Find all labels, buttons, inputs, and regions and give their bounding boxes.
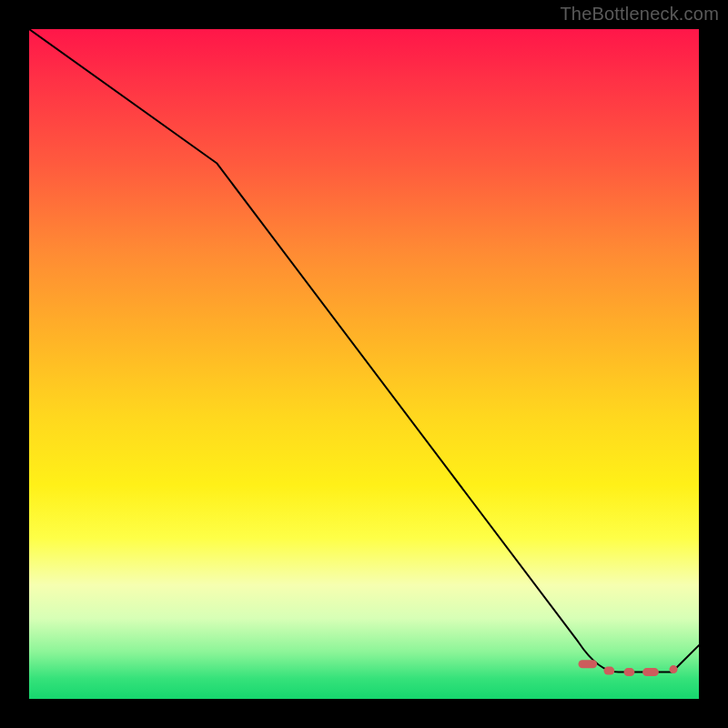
- chart-overlay: [29, 29, 699, 699]
- bottleneck-curve: [29, 29, 699, 672]
- marker-pill: [624, 668, 635, 676]
- marker-group: [579, 660, 678, 676]
- plot-area: [29, 29, 699, 699]
- marker-pill: [579, 660, 598, 668]
- marker-pill: [642, 668, 659, 676]
- chart-frame: TheBottleneck.com: [0, 0, 728, 728]
- marker-dot: [670, 665, 678, 673]
- watermark-text: TheBottleneck.com: [560, 4, 719, 25]
- marker-pill: [603, 667, 614, 675]
